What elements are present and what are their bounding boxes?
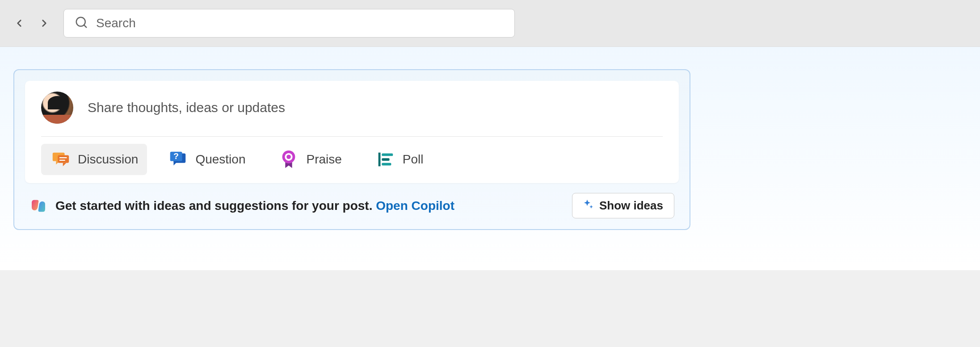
search-box[interactable] [63,9,515,38]
tab-label: Discussion [78,152,138,167]
question-icon: ? [168,149,188,170]
tab-poll[interactable]: Poll [362,144,436,175]
search-input[interactable] [96,16,504,30]
search-icon [75,16,88,31]
svg-rect-12 [379,153,381,167]
button-label: Show ideas [599,199,663,213]
svg-rect-15 [382,163,391,166]
avatar[interactable] [41,92,73,124]
svg-point-11 [287,155,291,159]
tab-label: Praise [306,152,341,167]
svg-text:?: ? [174,151,179,161]
sparkle-icon [583,199,594,213]
svg-rect-3 [58,155,69,163]
compose-header[interactable]: Share thoughts, ideas or updates [41,92,663,137]
compose-placeholder[interactable]: Share thoughts, ideas or updates [88,100,285,115]
svg-line-1 [84,25,86,27]
svg-rect-13 [382,154,393,156]
poll-icon [375,149,395,170]
header-bar [0,0,980,47]
forward-button[interactable] [38,17,50,29]
nav-arrows [13,17,50,29]
discussion-icon [50,149,71,170]
open-copilot-link[interactable]: Open Copilot [376,199,454,213]
post-type-tabs: Discussion ? Question [41,137,663,175]
tab-discussion[interactable]: Discussion [41,144,147,175]
tab-label: Poll [403,152,424,167]
tab-question[interactable]: ? Question [155,144,258,175]
praise-icon [278,149,299,170]
copilot-prompt: Get started with ideas and suggestions f… [29,197,454,215]
show-ideas-button[interactable]: Show ideas [572,193,674,218]
back-button[interactable] [13,17,25,29]
copilot-bar: Get started with ideas and suggestions f… [25,183,679,218]
copilot-text: Get started with ideas and suggestions f… [55,199,454,213]
tab-label: Question [195,152,245,167]
compose-card: Share thoughts, ideas or updates [25,81,679,183]
svg-rect-14 [382,158,389,161]
content-area: Share thoughts, ideas or updates [0,47,980,270]
compose-container: Share thoughts, ideas or updates [13,69,690,230]
copilot-icon [29,197,47,215]
tab-praise[interactable]: Praise [266,144,354,175]
